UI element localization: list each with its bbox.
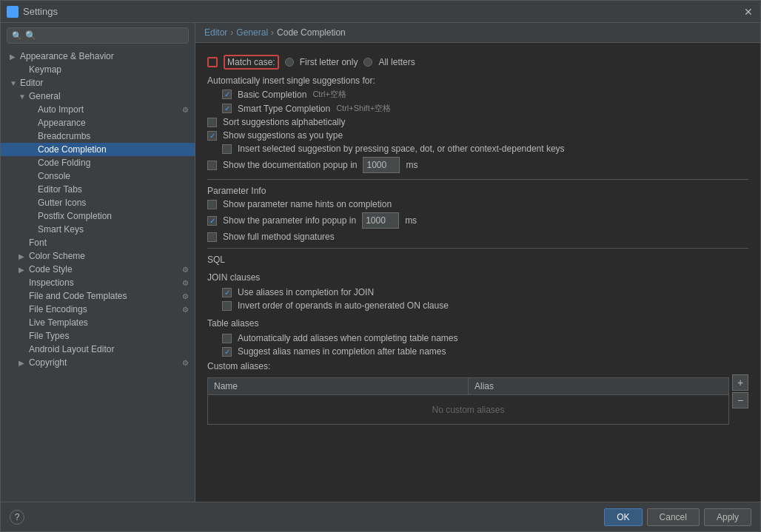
col-alias: Alias xyxy=(469,378,728,394)
sidebar-item-android-layout[interactable]: Android Layout Editor xyxy=(1,343,195,356)
auto-add-aliases-row: Automatically add aliases when completin… xyxy=(207,333,748,343)
param-hints-row: Show parameter name hints on completion xyxy=(207,199,748,209)
doc-popup-ms: ms xyxy=(406,160,418,170)
basic-completion-checkbox[interactable] xyxy=(222,90,232,99)
expand-icon: ▶ xyxy=(19,252,27,260)
sidebar-item-label: Breadcrumbs xyxy=(38,131,189,141)
sidebar-item-label: Console xyxy=(38,171,189,181)
auto-add-aliases-checkbox[interactable] xyxy=(222,334,232,343)
sidebar-item-copyright[interactable]: ▶ Copyright ⚙ xyxy=(1,356,195,369)
sidebar-item-label: Code Style xyxy=(29,264,182,275)
breadcrumb-editor[interactable]: Editor xyxy=(204,27,227,38)
invert-order-checkbox[interactable] xyxy=(222,301,232,311)
sidebar-item-code-style[interactable]: ▶ Code Style ⚙ xyxy=(1,263,195,276)
sidebar-item-editor-tabs[interactable]: Editor Tabs xyxy=(1,183,195,196)
search-icon: 🔍 xyxy=(12,31,22,41)
sidebar-item-postfix-completion[interactable]: Postfix Completion xyxy=(1,209,195,223)
footer: ? OK Cancel Apply xyxy=(1,502,760,531)
sidebar-item-label: General xyxy=(29,91,189,101)
sidebar-item-appearance-behavior[interactable]: ▶ Appearance & Behavior xyxy=(1,50,195,63)
sidebar-item-label: Font xyxy=(29,238,189,248)
sidebar-item-file-encodings[interactable]: File Encodings ⚙ xyxy=(1,303,195,316)
col-name: Name xyxy=(208,378,469,394)
sidebar-item-file-types[interactable]: File Types xyxy=(1,329,195,343)
param-popup-input[interactable] xyxy=(362,212,399,229)
basic-completion-row: Basic Completion Ctrl+空格 xyxy=(207,89,748,100)
sidebar-item-label: Appearance & Behavior xyxy=(20,51,189,61)
sidebar-item-appearance[interactable]: Appearance xyxy=(1,116,195,129)
full-signatures-row: Show full method signatures xyxy=(207,232,748,242)
invert-order-label: Invert order of operands in auto-generat… xyxy=(238,300,449,311)
titlebar: Settings ✕ xyxy=(1,1,760,23)
table-buttons: + − xyxy=(732,374,748,410)
aliases-table: Name Alias No custom aliases xyxy=(207,374,729,425)
param-popup-checkbox[interactable] xyxy=(207,216,217,226)
sidebar-item-label: Editor xyxy=(20,78,189,88)
ok-button[interactable]: OK xyxy=(604,508,642,526)
param-popup-row: Show the parameter info popup in ms xyxy=(207,212,748,229)
add-alias-button[interactable]: + xyxy=(732,374,748,391)
insert-selected-checkbox[interactable] xyxy=(222,144,232,154)
sidebar-item-editor[interactable]: ▼ Editor xyxy=(1,76,195,90)
all-letters-radio[interactable] xyxy=(363,58,372,67)
show-doc-popup-row: Show the documentation popup in ms xyxy=(207,157,748,173)
auto-insert-title: Automatically insert single suggestions … xyxy=(207,75,375,86)
sidebar-item-code-folding[interactable]: Code Folding xyxy=(1,156,195,169)
separator-1 xyxy=(207,179,748,180)
sidebar-item-code-completion[interactable]: Code Completion xyxy=(1,143,195,156)
expand-icon: ▶ xyxy=(19,359,27,367)
doc-popup-input[interactable] xyxy=(363,157,400,173)
first-letter-radio[interactable] xyxy=(285,58,294,67)
param-hints-checkbox[interactable] xyxy=(207,200,217,209)
full-signatures-label: Show full method signatures xyxy=(223,232,335,242)
close-button[interactable]: ✕ xyxy=(742,6,754,18)
help-button[interactable]: ? xyxy=(10,510,24,525)
smart-completion-label: Smart Type Completion xyxy=(238,104,330,114)
auto-insert-title-row: Automatically insert single suggestions … xyxy=(207,75,748,86)
suggest-alias-checkbox[interactable] xyxy=(222,347,232,357)
custom-aliases-row: Custom aliases: xyxy=(207,361,748,371)
sidebar-item-smart-keys[interactable]: Smart Keys xyxy=(1,223,195,236)
sidebar-item-console[interactable]: Console xyxy=(1,169,195,183)
sidebar-item-label: Keymap xyxy=(29,64,189,75)
invert-order-row: Invert order of operands in auto-generat… xyxy=(207,300,748,311)
sidebar-item-file-code-templates[interactable]: File and Code Templates ⚙ xyxy=(1,289,195,303)
breadcrumb-general[interactable]: General xyxy=(236,27,268,38)
gear-icon: ⚙ xyxy=(182,359,189,367)
expand-icon: ▼ xyxy=(19,92,27,101)
search-input[interactable] xyxy=(25,30,184,41)
sidebar-item-gutter-icons[interactable]: Gutter Icons xyxy=(1,196,195,209)
show-doc-label: Show the documentation popup in xyxy=(223,160,357,170)
sidebar-item-label: File and Code Templates xyxy=(29,291,182,301)
sidebar-item-keymap[interactable]: Keymap xyxy=(1,63,195,76)
insert-selected-label: Insert selected suggestion by pressing s… xyxy=(238,144,565,154)
show-doc-checkbox[interactable] xyxy=(207,161,217,170)
insert-selected-row: Insert selected suggestion by pressing s… xyxy=(207,144,748,154)
sidebar: 🔍 ▶ Appearance & Behavior Keymap ▼ Edito… xyxy=(1,23,195,502)
sidebar-item-general[interactable]: ▼ General xyxy=(1,90,195,103)
cancel-button[interactable]: Cancel xyxy=(647,508,700,526)
show-suggestions-label: Show suggestions as you type xyxy=(223,130,343,141)
sidebar-item-label: Inspections xyxy=(29,277,182,288)
sidebar-item-label: File Types xyxy=(29,331,189,341)
separator-2 xyxy=(207,248,748,249)
sort-alpha-checkbox[interactable] xyxy=(207,118,217,127)
sidebar-item-label: Android Layout Editor xyxy=(29,344,189,354)
show-suggestions-checkbox[interactable] xyxy=(207,131,217,141)
apply-button[interactable]: Apply xyxy=(704,508,751,526)
sidebar-item-font[interactable]: Font xyxy=(1,236,195,249)
sidebar-item-breadcrumbs[interactable]: Breadcrumbs xyxy=(1,129,195,143)
sidebar-item-color-scheme[interactable]: ▶ Color Scheme xyxy=(1,249,195,263)
match-case-checkbox[interactable] xyxy=(207,57,218,67)
aliases-table-container: Name Alias No custom aliases + − xyxy=(207,374,748,425)
sidebar-item-inspections[interactable]: Inspections ⚙ xyxy=(1,276,195,289)
remove-alias-button[interactable]: − xyxy=(732,392,748,408)
full-signatures-checkbox[interactable] xyxy=(207,232,217,242)
breadcrumb: Editor › General › Code Completion xyxy=(195,23,760,43)
search-box[interactable]: 🔍 xyxy=(7,27,189,44)
sidebar-item-auto-import[interactable]: Auto Import ⚙ xyxy=(1,103,195,116)
all-letters-label: All letters xyxy=(378,57,415,67)
sidebar-item-live-templates[interactable]: Live Templates xyxy=(1,316,195,329)
smart-completion-checkbox[interactable] xyxy=(222,104,232,113)
use-aliases-join-checkbox[interactable] xyxy=(222,288,232,297)
